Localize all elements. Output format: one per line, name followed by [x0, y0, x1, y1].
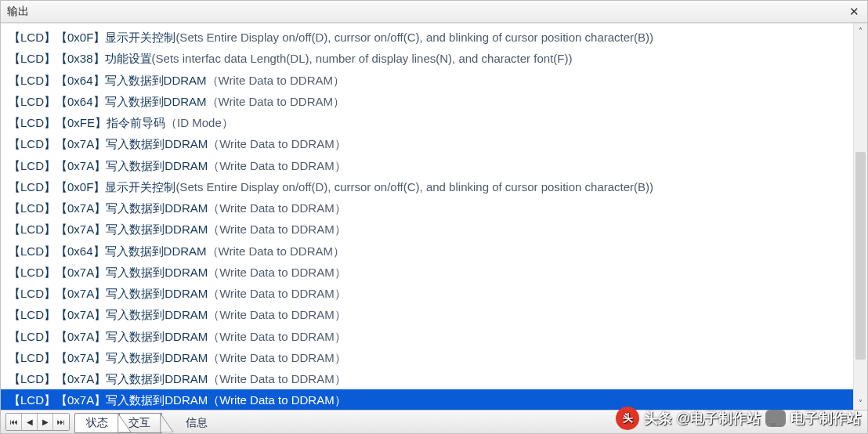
tab-label: 状态 [86, 416, 108, 429]
log-device-tag: 【LCD】 [9, 393, 56, 407]
log-line[interactable]: 【LCD】【0x7A】写入数据到DDRAM（Write Data to DDRA… [1, 368, 853, 389]
log-translation: （Write Data to DDRAM） [208, 287, 345, 300]
log-desc: 写入数据到DDRAM [106, 266, 208, 279]
log-device-tag: 【LCD】 [9, 74, 56, 87]
watermark-logo-icon: 头 [616, 407, 639, 430]
log-desc: 功能设置 [105, 52, 152, 65]
log-code-tag: 【0xFE】 [56, 116, 107, 129]
log-translation: （Write Data to DDRAM） [208, 393, 345, 407]
log-line[interactable]: 【LCD】【0x7A】写入数据到DDRAM（Write Data to DDRA… [1, 197, 853, 219]
log-translation: （Write Data to DDRAM） [207, 95, 345, 108]
log-code-tag: 【0x7A】 [56, 372, 106, 385]
log-translation: （Write Data to DDRAM） [208, 351, 345, 364]
log-code-tag: 【0x7A】 [56, 330, 106, 343]
scroll-track[interactable] [854, 38, 867, 396]
log-line[interactable]: 【LCD】【0x38】功能设置(Sets interfac data Lengt… [1, 48, 853, 69]
log-device-tag: 【LCD】 [9, 180, 56, 193]
tab-strip: 状态 交互 信息 [74, 412, 217, 433]
log-line[interactable]: 【LCD】【0x7A】写入数据到DDRAM（Write Data to DDRA… [1, 219, 853, 240]
log-desc: 写入数据到DDRAM [106, 330, 208, 343]
log-desc: 写入数据到DDRAM [106, 159, 208, 172]
log-device-tag: 【LCD】 [9, 52, 56, 65]
log-translation: （Write Data to DDRAM） [208, 266, 345, 279]
log-code-tag: 【0x7A】 [56, 266, 106, 279]
watermark-right-text: 电子制作站 [790, 409, 861, 428]
log-code-tag: 【0x64】 [56, 74, 105, 87]
log-device-tag: 【LCD】 [9, 372, 56, 385]
log-desc: 指令前导码 [107, 116, 165, 129]
log-line[interactable]: 【LCD】【0x64】写入数据到DDRAM（Write Data to DDRA… [1, 70, 853, 91]
log-pane[interactable]: 【LCD】【0x0F】显示开关控制(Sets Entire Display on… [1, 24, 853, 410]
log-line[interactable]: 【LCD】【0x7A】写入数据到DDRAM（Write Data to DDRA… [1, 347, 853, 368]
watermark-chat-icon [765, 410, 786, 427]
log-translation: （ID Mode） [165, 116, 233, 129]
nav-prev-button[interactable]: ◀ [22, 414, 38, 431]
log-line[interactable]: 【LCD】【0x64】写入数据到DDRAM（Write Data to DDRA… [1, 241, 853, 262]
log-translation: （Write Data to DDRAM） [208, 222, 345, 236]
scroll-up-button[interactable]: ˄ [854, 24, 867, 38]
log-line[interactable]: 【LCD】【0x0F】显示开关控制(Sets Entire Display on… [1, 27, 853, 48]
title-bar: 输出 ✕ [1, 1, 867, 23]
log-device-tag: 【LCD】 [9, 308, 56, 321]
chevron-up-icon: ˄ [859, 27, 863, 35]
log-code-tag: 【0x0F】 [56, 180, 105, 193]
log-code-tag: 【0x7A】 [56, 222, 106, 236]
log-device-tag: 【LCD】 [9, 351, 56, 364]
log-device-tag: 【LCD】 [9, 330, 56, 343]
close-button[interactable]: ✕ [845, 4, 863, 20]
log-desc: 写入数据到DDRAM [106, 393, 208, 407]
log-code-tag: 【0x0F】 [56, 31, 105, 44]
log-translation: (Sets Entire Display on/off(D), currsor … [175, 31, 653, 44]
log-line[interactable]: 【LCD】【0xFE】指令前导码（ID Mode） [1, 112, 853, 133]
log-line[interactable]: 【LCD】【0x7A】写入数据到DDRAM（Write Data to DDRA… [1, 262, 853, 283]
log-line[interactable]: 【LCD】【0x7A】写入数据到DDRAM（Write Data to DDRA… [1, 133, 853, 154]
watermark-left-text: 头条 @电子制作站 [644, 409, 761, 428]
scroll-down-button[interactable]: ˅ [854, 396, 867, 410]
log-translation: （Write Data to DDRAM） [207, 244, 345, 258]
bottom-bar: ⏮ ◀ ▶ ⏭ 状态 交互 信息 头 头条 @电子制作站 [1, 410, 867, 433]
log-line[interactable]: 【LCD】【0x0F】显示开关控制(Sets Entire Display on… [1, 176, 853, 197]
chevron-left-icon: ◀ [27, 418, 33, 426]
log-line[interactable]: 【LCD】【0x64】写入数据到DDRAM（Write Data to DDRA… [1, 91, 853, 112]
log-desc: 写入数据到DDRAM [106, 308, 208, 321]
output-window: 输出 ✕ 【LCD】【0x0F】显示开关控制(Sets Entire Displ… [0, 0, 868, 434]
log-lines-container: 【LCD】【0x0F】显示开关控制(Sets Entire Display on… [1, 24, 853, 410]
log-translation: （Write Data to DDRAM） [208, 330, 345, 343]
nav-first-button[interactable]: ⏮ [6, 414, 22, 431]
log-device-tag: 【LCD】 [9, 287, 56, 300]
log-line[interactable]: 【LCD】【0x7A】写入数据到DDRAM（Write Data to DDRA… [1, 155, 853, 176]
log-translation: （Write Data to DDRAM） [208, 159, 345, 172]
log-line[interactable]: 【LCD】【0x7A】写入数据到DDRAM（Write Data to DDRA… [1, 304, 853, 325]
log-desc: 写入数据到DDRAM [105, 95, 207, 108]
log-device-tag: 【LCD】 [9, 95, 56, 108]
vertical-scrollbar[interactable]: ˄ ˅ [853, 24, 867, 410]
log-desc: 写入数据到DDRAM [106, 287, 208, 300]
log-device-tag: 【LCD】 [9, 31, 56, 44]
chevron-right-icon: ▶ [42, 418, 49, 426]
watermark: 头 头条 @电子制作站 电子制作站 [616, 407, 861, 430]
scroll-thumb[interactable] [855, 152, 866, 360]
log-line[interactable]: 【LCD】【0x7A】写入数据到DDRAM（Write Data to DDRA… [1, 283, 853, 304]
content-area: 【LCD】【0x0F】显示开关控制(Sets Entire Display on… [1, 23, 867, 410]
close-icon: ✕ [849, 5, 859, 19]
log-device-tag: 【LCD】 [9, 137, 56, 150]
skip-end-icon: ⏭ [57, 418, 65, 426]
log-translation: （Write Data to DDRAM） [207, 74, 345, 87]
tab-info[interactable]: 信息 [176, 413, 217, 433]
svg-marker-1 [161, 414, 174, 432]
log-line[interactable]: 【LCD】【0x7A】写入数据到DDRAM（Write Data to DDRA… [1, 326, 853, 347]
nav-last-button[interactable]: ⏭ [53, 414, 69, 431]
tab-status[interactable]: 状态 [74, 413, 120, 433]
log-code-tag: 【0x64】 [56, 95, 105, 108]
chevron-down-icon: ˅ [859, 399, 863, 407]
log-device-tag: 【LCD】 [9, 222, 56, 236]
log-translation: (Sets Entire Display on/off(D), currsor … [175, 180, 653, 193]
nav-next-button[interactable]: ▶ [38, 414, 53, 431]
log-device-tag: 【LCD】 [9, 116, 56, 129]
log-code-tag: 【0x7A】 [56, 393, 106, 407]
log-device-tag: 【LCD】 [9, 159, 56, 172]
log-desc: 显示开关控制 [105, 31, 175, 44]
log-device-tag: 【LCD】 [9, 201, 56, 215]
log-line[interactable]: 【LCD】【0x7A】写入数据到DDRAM（Write Data to DDRA… [1, 389, 853, 410]
log-code-tag: 【0x7A】 [56, 159, 106, 172]
